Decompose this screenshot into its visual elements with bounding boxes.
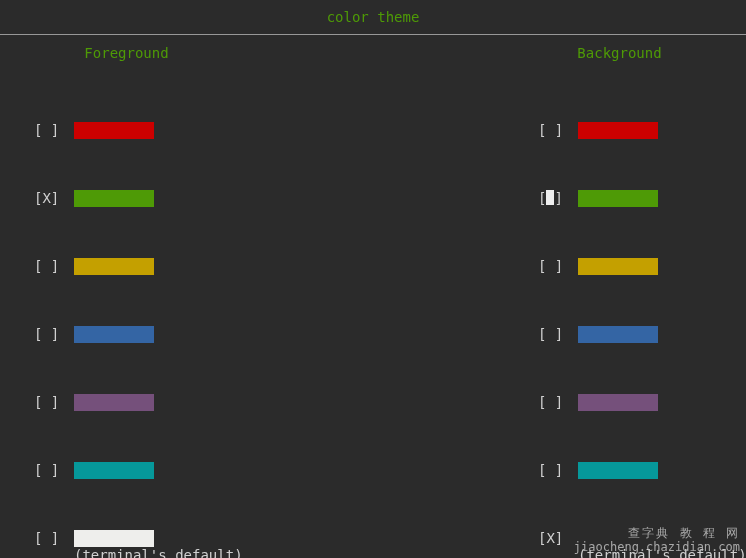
color-swatch-blue xyxy=(74,326,154,343)
color-swatch-cyan xyxy=(74,462,154,479)
checkbox[interactable]: [ ] xyxy=(538,394,578,410)
color-swatch-yellow xyxy=(74,258,154,275)
checkbox[interactable]: [] xyxy=(538,190,578,206)
fg-option-cyan[interactable]: [ ] xyxy=(0,461,373,479)
checkbox[interactable]: [ ] xyxy=(34,530,74,546)
background-column: Background [ ] [] [ ] [ ] [ ] [ ] xyxy=(373,35,746,547)
checkbox[interactable]: [ ] xyxy=(538,462,578,478)
watermark-line1: 查字典 教 程 网 xyxy=(574,526,740,540)
checkbox[interactable]: [ ] xyxy=(34,122,74,138)
checkbox[interactable]: [ ] xyxy=(34,326,74,342)
fg-option-red[interactable]: [ ] xyxy=(0,121,373,139)
color-swatch-green xyxy=(74,190,154,207)
fg-option-purple[interactable]: [ ] xyxy=(0,393,373,411)
bg-option-purple[interactable]: [ ] xyxy=(373,393,746,411)
fg-option-yellow[interactable]: [ ] xyxy=(0,257,373,275)
checkbox[interactable]: [ ] xyxy=(34,394,74,410)
color-theme-columns: Foreground [ ] [X] [ ] [ ] [ ] [ ] xyxy=(0,35,746,547)
checkbox[interactable]: [ ] xyxy=(34,258,74,274)
checkbox[interactable]: [ ] xyxy=(538,326,578,342)
bg-option-red[interactable]: [ ] xyxy=(373,121,746,139)
foreground-column: Foreground [ ] [X] [ ] [ ] [ ] [ ] xyxy=(0,35,373,547)
watermark-line2: jiaocheng.chazidian.com xyxy=(574,540,740,554)
color-swatch-green xyxy=(578,190,658,207)
checkbox[interactable]: [ ] xyxy=(538,122,578,138)
color-swatch-yellow xyxy=(578,258,658,275)
color-swatch-red xyxy=(578,122,658,139)
checkbox[interactable]: [X] xyxy=(34,190,74,206)
cursor-icon xyxy=(546,190,554,205)
fg-option-white[interactable]: [ ] (terminal's default) xyxy=(0,529,373,547)
foreground-header: Foreground xyxy=(0,35,373,71)
color-swatch-blue xyxy=(578,326,658,343)
title-bar: color theme xyxy=(0,0,746,35)
color-swatch-cyan xyxy=(578,462,658,479)
background-header: Background xyxy=(493,35,746,71)
checkbox[interactable]: [ ] xyxy=(34,462,74,478)
caption: (terminal's default) xyxy=(74,547,243,558)
color-swatch-purple xyxy=(74,394,154,411)
fg-option-blue[interactable]: [ ] xyxy=(0,325,373,343)
color-swatch-purple xyxy=(578,394,658,411)
watermark: 查字典 教 程 网 jiaocheng.chazidian.com xyxy=(574,526,740,554)
title-text: color theme xyxy=(327,9,420,25)
bg-option-yellow[interactable]: [ ] xyxy=(373,257,746,275)
checkbox[interactable]: [X] xyxy=(538,530,578,546)
color-swatch-red xyxy=(74,122,154,139)
checkbox[interactable]: [ ] xyxy=(538,258,578,274)
bg-option-blue[interactable]: [ ] xyxy=(373,325,746,343)
fg-option-green[interactable]: [X] xyxy=(0,189,373,207)
bg-option-cyan[interactable]: [ ] xyxy=(373,461,746,479)
bg-option-green[interactable]: [] xyxy=(373,189,746,207)
color-swatch-white xyxy=(74,530,154,547)
